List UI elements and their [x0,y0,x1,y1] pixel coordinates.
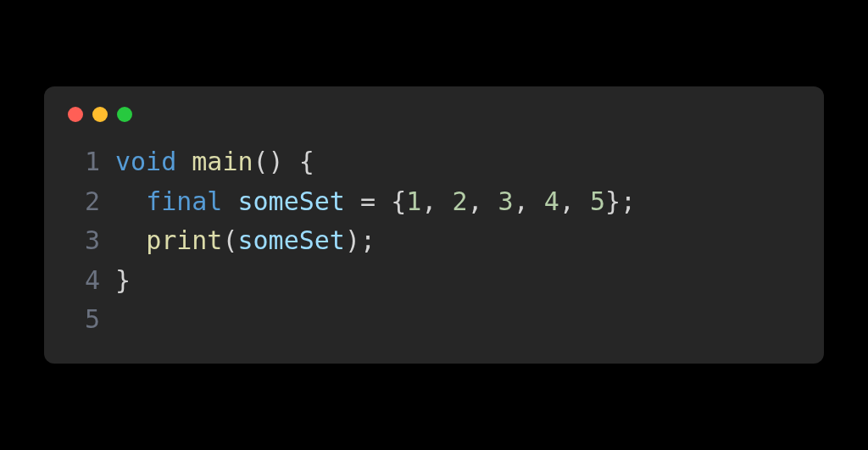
line-content: final someSet = {1, 2, 3, 4, 5}; [115,182,636,222]
code-line: 5 [68,300,800,340]
token-space [115,182,146,222]
code-line: 2 final someSet = {1, 2, 3, 4, 5}; [68,182,800,222]
code-window: 1void main() {2 final someSet = {1, 2, 3… [44,86,824,364]
line-number: 1 [68,142,100,182]
token-number: 4 [544,182,559,222]
code-line: 1void main() { [68,142,800,182]
token-keyword: void [115,142,176,182]
token-punct: { [391,182,406,222]
token-number: 3 [498,182,514,222]
code-area: 1void main() {2 final someSet = {1, 2, 3… [68,142,800,340]
token-punct: ); [345,221,376,261]
token-number: 5 [590,182,605,222]
token-space [345,182,360,222]
token-ident: someSet [238,221,345,261]
token-punct: = [360,182,376,222]
token-punct: } [115,261,131,301]
close-icon[interactable] [68,107,83,122]
token-space [176,142,192,182]
token-func: print [146,221,222,261]
code-line: 3 print(someSet); [68,221,800,261]
token-keyword: final [146,182,222,222]
line-content: void main() { [115,142,314,182]
line-number: 2 [68,182,100,222]
maximize-icon[interactable] [117,107,132,122]
line-number: 5 [68,300,100,340]
line-number: 4 [68,261,100,301]
token-space [222,182,237,222]
token-ident: someSet [238,182,345,222]
window-controls [68,107,800,122]
token-punct: , [559,182,590,222]
token-punct: , [421,182,452,222]
token-punct: , [467,182,498,222]
line-number: 3 [68,221,100,261]
line-content: print(someSet); [115,221,376,261]
token-space [115,221,146,261]
token-punct: }; [605,182,636,222]
token-number: 1 [406,182,421,222]
token-space [376,182,391,222]
code-line: 4} [68,261,800,301]
token-punct: , [514,182,544,222]
line-content: } [115,261,131,301]
token-punct: () { [253,142,314,182]
minimize-icon[interactable] [92,107,108,122]
token-func: main [192,142,253,182]
token-punct: ( [222,221,237,261]
token-number: 2 [452,182,467,222]
